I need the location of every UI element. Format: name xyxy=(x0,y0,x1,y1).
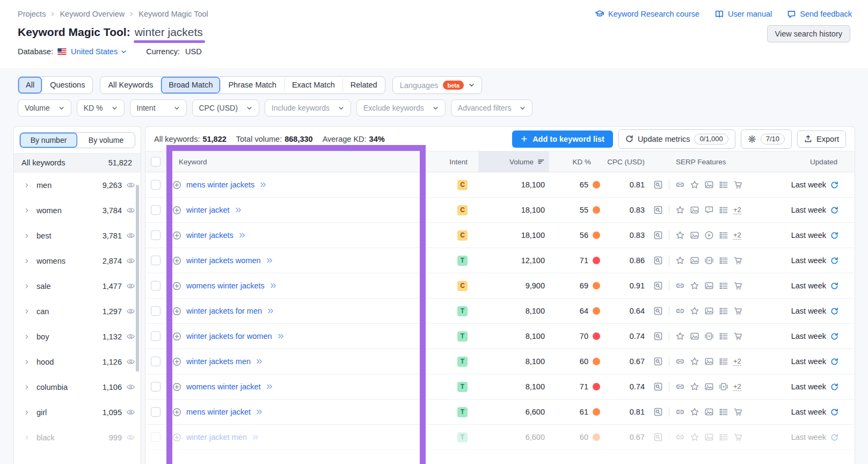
add-keyword-icon[interactable] xyxy=(172,180,181,190)
expand-keyword-icon[interactable] xyxy=(267,307,274,315)
tab-related[interactable]: Related xyxy=(342,77,385,93)
refresh-icon[interactable] xyxy=(830,257,838,265)
refresh-icon[interactable] xyxy=(830,307,838,315)
eye-icon[interactable] xyxy=(126,180,135,190)
breadcrumb-item[interactable]: Projects xyxy=(18,10,46,18)
group-label[interactable]: men xyxy=(37,181,52,190)
keyword-link[interactable]: winter jackets for men xyxy=(186,307,262,315)
chevron-right-icon[interactable] xyxy=(24,309,30,314)
row-checkbox[interactable] xyxy=(151,281,161,291)
intent-badge[interactable]: C xyxy=(457,180,468,190)
group-label[interactable]: hood xyxy=(37,358,54,366)
tab-all-keywords[interactable]: All Keywords xyxy=(100,77,161,93)
intent-badge[interactable]: T xyxy=(457,306,468,316)
header-link-user-manual[interactable]: User manual xyxy=(714,9,772,19)
filter-kd[interactable]: KD % xyxy=(77,99,125,117)
chevron-right-icon[interactable] xyxy=(24,208,30,213)
refresh-icon[interactable] xyxy=(830,433,838,441)
eye-icon[interactable] xyxy=(126,382,135,392)
serp-preview-icon[interactable] xyxy=(653,331,663,341)
keyword-link[interactable]: winter jackets for women xyxy=(186,332,272,340)
sort-by-number-button[interactable]: By number xyxy=(20,133,77,148)
add-to-keyword-list-button[interactable]: Add to keyword list xyxy=(512,130,613,148)
filter-advanced-filters[interactable]: Advanced filters xyxy=(451,99,533,117)
expand-keyword-icon[interactable] xyxy=(269,282,277,289)
serp-more-label[interactable]: +2 xyxy=(733,382,741,391)
refresh-icon[interactable] xyxy=(830,408,838,416)
keyword-link[interactable]: winter jackets xyxy=(186,231,234,240)
select-all-checkbox[interactable] xyxy=(151,157,161,166)
keyword-link[interactable]: mens winter jackets xyxy=(186,180,254,189)
keyword-group-row-sale[interactable]: sale 1,477 xyxy=(14,273,141,299)
intent-badge[interactable]: T xyxy=(457,432,468,443)
refresh-icon[interactable] xyxy=(830,282,838,290)
expand-keyword-icon[interactable] xyxy=(266,383,273,390)
chevron-right-icon[interactable] xyxy=(24,435,30,440)
row-checkbox[interactable] xyxy=(151,306,161,316)
eye-icon[interactable] xyxy=(126,281,135,291)
keyword-group-row-black[interactable]: black 999 xyxy=(14,425,141,450)
add-keyword-icon[interactable] xyxy=(172,332,181,341)
row-checkbox[interactable] xyxy=(151,331,161,341)
database-selector[interactable]: United States xyxy=(71,47,127,56)
eye-icon[interactable] xyxy=(126,332,135,341)
row-checkbox[interactable] xyxy=(151,205,161,215)
filter-include-keywords[interactable]: Include keywords xyxy=(265,99,351,117)
refresh-icon[interactable] xyxy=(830,181,838,189)
eye-icon[interactable] xyxy=(126,307,135,316)
expand-keyword-icon[interactable] xyxy=(256,358,263,365)
expand-keyword-icon[interactable] xyxy=(235,206,242,214)
add-keyword-icon[interactable] xyxy=(172,256,181,265)
header-link-keyword-research-course[interactable]: Keyword Research course xyxy=(595,9,699,19)
sort-by-volume-button[interactable]: By volume xyxy=(77,133,135,148)
eye-icon[interactable] xyxy=(126,256,135,265)
settings-button[interactable]: 7/10 xyxy=(741,129,792,149)
serp-preview-icon[interactable] xyxy=(653,230,663,240)
keyword-link[interactable]: womens winter jacket xyxy=(186,382,261,391)
row-checkbox[interactable] xyxy=(151,230,161,240)
refresh-icon[interactable] xyxy=(830,332,838,340)
breadcrumb-item[interactable]: Keyword Overview xyxy=(60,10,125,18)
eye-icon[interactable] xyxy=(126,231,135,240)
serp-more-label[interactable]: +2 xyxy=(733,206,741,214)
add-keyword-icon[interactable] xyxy=(172,231,181,240)
keyword-link[interactable]: winter jacket xyxy=(186,206,230,214)
add-keyword-icon[interactable] xyxy=(172,206,181,215)
eye-icon[interactable] xyxy=(126,206,135,215)
intent-badge[interactable]: C xyxy=(457,205,468,215)
add-keyword-icon[interactable] xyxy=(172,408,181,417)
keyword-group-row-boy[interactable]: boy 1,132 xyxy=(14,324,141,349)
serp-preview-icon[interactable] xyxy=(653,407,663,417)
tab-questions[interactable]: Questions xyxy=(42,77,92,93)
chevron-right-icon[interactable] xyxy=(24,233,30,238)
group-label[interactable]: columbia xyxy=(37,383,68,392)
row-checkbox[interactable] xyxy=(151,382,161,392)
filter-exclude-keywords[interactable]: Exclude keywords xyxy=(356,99,446,117)
keyword-group-row-girl[interactable]: girl 1,095 xyxy=(14,400,141,425)
keyword-link[interactable]: winter jacket men xyxy=(186,433,247,441)
add-keyword-icon[interactable] xyxy=(172,382,181,392)
expand-keyword-icon[interactable] xyxy=(277,332,285,340)
update-metrics-button[interactable]: Update metrics 0/1,000 xyxy=(618,129,735,149)
column-header-keyword[interactable]: Keyword xyxy=(166,158,425,166)
column-header-kd[interactable]: KD % xyxy=(549,158,603,166)
keyword-group-row-columbia[interactable]: columbia 1,106 xyxy=(14,374,141,400)
serp-preview-icon[interactable] xyxy=(653,357,663,366)
chevron-right-icon[interactable] xyxy=(24,334,30,339)
intent-badge[interactable]: T xyxy=(457,256,468,266)
group-label[interactable]: black xyxy=(37,433,55,442)
serp-preview-icon[interactable] xyxy=(653,180,663,190)
add-keyword-icon[interactable] xyxy=(172,307,181,316)
serp-preview-icon[interactable] xyxy=(653,256,663,265)
group-label[interactable]: girl xyxy=(37,408,47,417)
row-checkbox[interactable] xyxy=(151,256,161,265)
keyword-link[interactable]: mens winter jacket xyxy=(186,408,251,416)
keyword-group-row-womens[interactable]: womens 2,874 xyxy=(14,248,141,273)
languages-dropdown[interactable]: Languages beta xyxy=(392,76,482,94)
chevron-right-icon[interactable] xyxy=(24,284,30,289)
view-search-history-button[interactable]: View search history xyxy=(767,25,850,42)
serp-more-label[interactable]: +2 xyxy=(733,357,741,366)
eye-icon[interactable] xyxy=(126,408,135,417)
filter-volume[interactable]: Volume xyxy=(18,99,71,117)
keyword-group-row-women[interactable]: women 3,784 xyxy=(14,198,141,223)
